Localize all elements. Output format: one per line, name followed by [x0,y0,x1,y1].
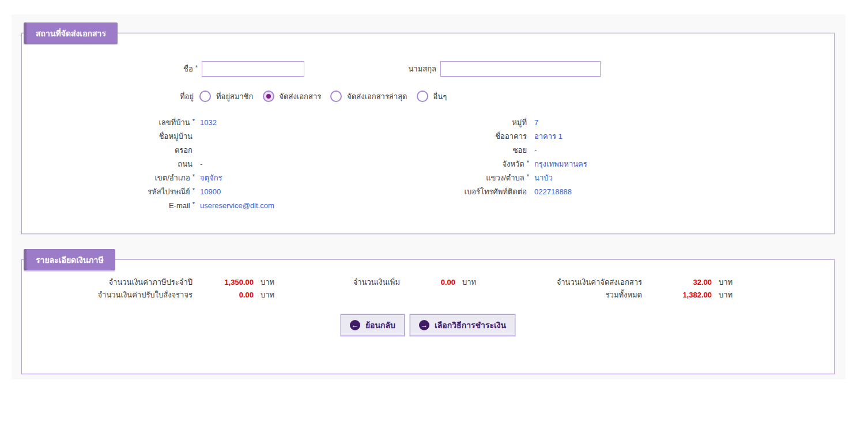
radio-button-icon [330,91,342,102]
address-fields-grid: เลขที่บ้าน* 1032 หมู่ที่ 7 ชื่อหมู่บ้าน … [22,115,834,212]
first-name-input[interactable] [202,61,304,77]
last-name-input[interactable] [440,61,601,77]
address-type-caption: ที่อยู่ [22,91,199,103]
last-name-label: นามสกุล [304,63,440,75]
tax-value-additional-amount: 0.00 [403,278,455,287]
radio-option-label: จัดส่งเอกสาร [280,91,322,103]
back-button[interactable]: ← ย้อนกลับ [341,314,405,336]
choose-payment-method-button-label: เลือกวิธีการชำระเงิน [435,319,506,331]
radio-button-icon [417,91,428,102]
radio-button-icon [199,91,211,102]
tax-value-total: 1,382.00 [646,291,712,299]
tax-label-annual-tax: จำนวนเงินค่าภาษีประจำปี [22,276,196,288]
tax-amounts-grid: จำนวนเงินค่าภาษีประจำปี 1,350.00 บาท จำน… [22,276,834,301]
field-label-alley: ตรอก [22,144,199,156]
radio-option-label: อื่นๆ [433,91,447,103]
field-value-subdistrict: นาบัว [533,172,834,184]
field-value-building: อาคาร 1 [533,130,834,142]
delivery-panel-title-text: สถานที่จัดส่งเอกสาร [36,27,106,40]
field-value-postcode: 10900 [199,187,403,196]
field-label-moo: หมู่ที่ [403,116,533,129]
field-value-district: จตุจักร [199,172,403,184]
field-label-building: ชื่ออาคาร [403,130,533,142]
field-label-soi: ซอย [403,144,533,156]
action-buttons-row: ← ย้อนกลับ → เลือกวิธีการชำระเงิน [22,314,834,336]
tax-label-additional-amount: จำนวนเงินเพิ่ม [288,276,403,288]
tax-panel-title: รายละเอียดเงินภาษี [24,249,115,270]
arrow-right-circle-icon: → [419,320,429,330]
radio-option-document-delivery[interactable]: จัดส่งเอกสาร [263,91,322,103]
tax-value-annual-tax: 1,350.00 [196,278,254,287]
field-label-house-no: เลขที่บ้าน* [22,116,199,129]
currency-unit: บาท [712,289,746,301]
field-value-house-no: 1032 [199,118,403,127]
radio-option-label: ที่อยู่สมาชิก [216,91,254,103]
radio-option-latest-delivery[interactable]: จัดส่งเอกสารล่าสุด [330,91,407,103]
page-content: สถานที่จัดส่งเอกสาร ชื่อ* นามสกุล ที่อยู… [12,14,846,379]
arrow-left-circle-icon: ← [350,320,360,330]
radio-option-other[interactable]: อื่นๆ [417,91,447,103]
field-value-soi: - [533,146,834,155]
currency-unit: บาท [254,276,288,288]
choose-payment-method-button[interactable]: → เลือกวิธีการชำระเงิน [410,314,515,336]
field-label-postcode: รหัสไปรษณีย์* [22,186,199,198]
tax-panel-title-text: รายละเอียดเงินภาษี [36,254,104,266]
field-label-subdistrict: แขวง/ตำบล* [403,172,533,184]
field-value-province: กรุงเทพมหานคร [533,158,834,170]
field-label-district: เขต/อำเภอ* [22,172,199,184]
field-label-village: ชื่อหมู่บ้าน [22,130,199,142]
field-label-phone: เบอร์โทรศัพท์ติดต่อ [403,186,533,198]
tax-details-panel: รายละเอียดเงินภาษี จำนวนเงินค่าภาษีประจำ… [21,259,835,374]
back-button-label: ย้อนกลับ [365,319,395,331]
field-value-phone: 022718888 [533,187,834,196]
name-row: ชื่อ* นามสกุล [22,61,834,77]
address-type-radio-group: ที่อยู่ ที่อยู่สมาชิก จัดส่งเอกสาร จัดส่… [22,89,834,104]
currency-unit: บาท [455,276,490,288]
radio-option-member-address[interactable]: ที่อยู่สมาชิก [199,91,254,103]
radio-button-icon [263,91,274,102]
delivery-panel-title: สถานที่จัดส่งเอกสาร [24,22,118,44]
field-value-moo: 7 [533,118,834,127]
radio-option-label: จัดส่งเอกสารล่าสุด [347,91,407,103]
required-asterisk: * [195,64,198,71]
field-label-email: E-mail* [22,201,199,210]
delivery-address-panel: สถานที่จัดส่งเอกสาร ชื่อ* นามสกุล ที่อยู… [21,33,835,234]
field-label-province: จังหวัด* [403,158,533,170]
field-value-road: - [199,160,403,168]
tax-label-document-delivery-fee: จำนวนเงินค่าจัดส่งเอกสาร [490,276,646,288]
tax-value-document-delivery-fee: 32.00 [646,278,712,287]
tax-label-total: รวมทั้งหมด [490,289,646,301]
currency-unit: บาท [712,276,746,288]
currency-unit: บาท [254,289,288,301]
field-value-email: usereservice@dlt.com [199,201,403,210]
first-name-label: ชื่อ* [22,63,202,75]
tax-value-traffic-fine: 0.00 [196,291,254,299]
tax-label-traffic-fine: จำนวนเงินค่าปรับใบสั่งจราจร [22,289,196,301]
field-label-road: ถนน [22,158,199,170]
